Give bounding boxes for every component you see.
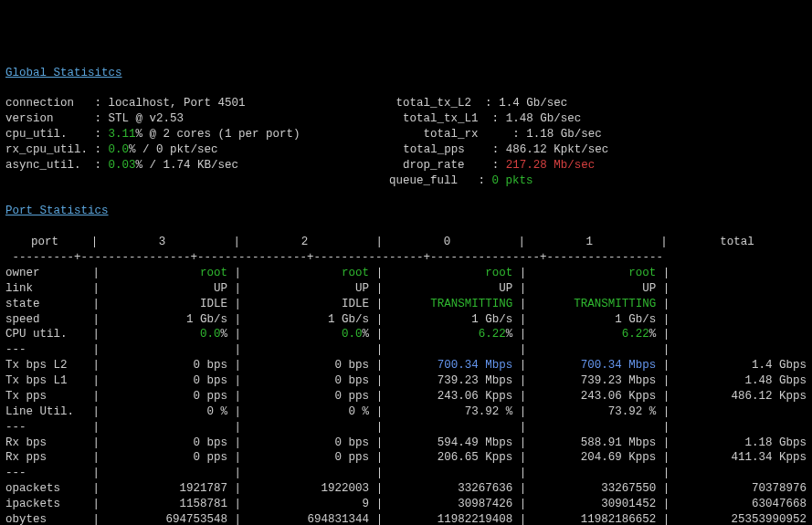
row-sep1: --- | | | | | [5,342,807,358]
row-opackets: opackets |1921787 |1922003 |33267636 |33… [5,481,807,497]
total-tx-l2-label: total_tx_L2 [396,97,472,110]
col-p0: 0 [383,235,511,250]
version-label: version [5,112,54,125]
total-tx-l2-value: 1.4 Gb/sec [499,97,567,110]
port-stats-table: port |3 |2 |0 |1 |total [5,235,807,250]
row-txpps: Tx pps |0 pps |0 pps |243.06 Kpps |243.0… [5,389,807,404]
dash-line: ---------+----------------+-------------… [5,251,663,264]
port-stats-title: Port Statistics [5,205,109,217]
row-rxbps: Rx bps |0 bps |0 bps |594.49 Mbps |588.9… [5,436,807,451]
row-txbpsl1: Tx bps L1 |0 bps |0 bps |739.23 Mbps |73… [5,373,807,389]
row-speed: speed |1 Gb/s |1 Gb/s |1 Gb/s |1 Gb/s | [5,312,807,328]
cpu-util-pct: 3.11 [109,128,136,141]
header-row: port |3 |2 |0 |1 |total [5,235,807,250]
row-ipackets: ipackets |1158781 |9 |30987426 |30901452… [5,497,807,512]
global-stats-title: Global Statisitcs [5,67,122,79]
connection-label: connection [5,97,74,110]
total-tx-l1-label: total_tx_L1 [403,112,479,125]
col-p1: 1 [525,235,654,250]
cpu-util-label: cpu_util. [5,128,68,141]
row-sep2: --- | | | | | [5,420,807,436]
queue-full-label: queue_full [389,174,458,187]
drop-rate-value: 217.28 Mb/sec [506,159,596,172]
async-util-label: async_util. [5,159,81,172]
total-tx-l1-value: 1.48 Gb/sec [506,112,582,125]
version-value: STL @ v2.53 [109,112,185,125]
drop-rate-label: drop_rate [403,159,465,172]
queue-full-value: 0 pkts [492,174,533,187]
col-total: total [668,235,807,250]
async-util-pct: 0.03 [109,159,136,172]
connection-value: localhost, Port 4501 [109,97,246,110]
rx-cpu-util-suffix: % / 0 pkt/sec [129,143,218,156]
row-lineutil: Line Util. |0 % |0 % |73.92 % |73.92 % | [5,404,807,420]
col-port: port [5,235,84,250]
row-obytes: obytes |694753548 |694831344 |1198221940… [5,512,807,525]
row-sep3: --- | | | | | [5,466,807,481]
col-p2: 2 [240,235,369,250]
total-rx-label: total_rx [424,128,479,141]
row-state: state |IDLE |IDLE |TRANSMITTING |TRANSMI… [5,297,807,312]
row-link: link |UP |UP |UP |UP | [5,281,807,297]
rx-cpu-util-label: rx_cpu_util. [5,143,88,156]
total-rx-value: 1.18 Gb/sec [526,128,602,141]
total-pps-value: 486.12 Kpkt/sec [506,143,609,156]
rx-cpu-util-pct: 0.0 [109,143,130,156]
row-owner: owner |root |root |root |root | [5,266,807,281]
col-p3: 3 [98,235,227,250]
row-cpu: CPU util. |0.0% |0.0% |6.22% |6.22% | [5,327,807,342]
row-rxpps: Rx pps |0 pps |0 pps |206.65 Kpps |204.6… [5,450,807,466]
async-util-suffix: % / 1.74 KB/sec [136,159,239,172]
total-pps-label: total_pps [403,143,465,156]
cpu-util-suffix: % @ 2 cores (1 per port) [136,128,301,141]
row-txbpsl2: Tx bps L2 |0 bps |0 bps |700.34 Mbps |70… [5,358,807,373]
